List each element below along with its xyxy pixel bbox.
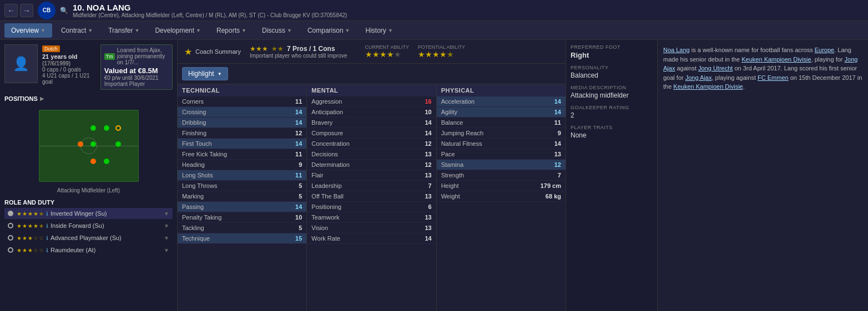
technical-header: TECHNICAL: [178, 84, 306, 96]
role-radio-1: [8, 211, 13, 216]
bio-club4-link: FC Emmen: [758, 74, 789, 81]
media-desc-section: MEDIA DESCRIPTION Attacking midfielder: [571, 85, 653, 99]
stat-offtheball: Off The Ball 13: [307, 191, 436, 202]
bio-panel: Noa Lang is a well-known name for footba…: [657, 40, 868, 311]
stat-anticipation: Anticipation 10: [307, 107, 436, 118]
positions-label: POSITIONS ▶: [4, 95, 173, 102]
stats-container: Highlight ▼ TECHNICAL Corners 11 Crossin…: [178, 64, 566, 311]
role-chevron-1: ▼: [164, 211, 169, 217]
gk-rating-label: GOALKEEPER RATING: [571, 105, 653, 110]
value-text: Valued at €8.5M: [104, 67, 169, 75]
stat-strength: Strength 7: [437, 170, 566, 181]
nav-menu: Overview ▼ Contract ▼ Transfer ▼ Develop…: [0, 21, 868, 40]
stat-dribbling: Dribbling 14: [178, 118, 306, 128]
bio-europe-link: Europe: [815, 47, 834, 53]
info-icon-1: ℹ: [46, 211, 48, 217]
pos-dot-7: [90, 159, 96, 164]
role-row-4[interactable]: ★★★☆☆ ℹ Raumdeuter (At) ▼: [4, 244, 173, 256]
player-basic-info: Dutch 21 years old (17/6/1999) 0 caps / …: [42, 44, 96, 85]
nav-overview[interactable]: Overview ▼: [4, 23, 52, 38]
back-button[interactable]: ←: [4, 4, 18, 17]
pos-dot-8: [104, 159, 109, 164]
personality-section: PERSONALITY Balanced: [571, 65, 653, 79]
nav-comparison[interactable]: Comparison ▼: [301, 23, 357, 38]
stat-passing: Passing 14: [178, 202, 306, 212]
stat-composure: Composure 14: [307, 128, 436, 139]
stat-freekick: Free Kick Taking 11: [178, 149, 306, 160]
stat-bravery: Bravery 14: [307, 118, 436, 128]
stat-agility: Agility 14: [437, 107, 566, 118]
stat-determination: Determination 12: [307, 160, 436, 170]
forward-button[interactable]: →: [20, 4, 33, 17]
coach-summary-bar: ★ Coach Summary ★★★★★ 7 Pros / 1 Cons Im…: [178, 40, 566, 64]
role-stars-2: ★★★★★: [17, 223, 44, 229]
pitch-label: Attacking Midfielder (Left): [57, 187, 120, 193]
player-subtitle: Midfielder (Centre), Attacking Midfielde…: [73, 12, 347, 18]
stat-heading: Heading 9: [178, 160, 306, 170]
preferred-foot-value: Right: [571, 51, 653, 59]
nav-development[interactable]: Development ▼: [148, 23, 208, 38]
pros-cons: 7 Pros / 1 Cons: [287, 45, 335, 53]
top-bar: ← → CB 🔍 10. NOA LANG Midfielder (Centre…: [0, 0, 868, 21]
pos-dot-2: [104, 125, 109, 131]
coach-desc: Important player who could still improve: [250, 53, 347, 59]
youth-line: 4 U21 caps / 1 U21 goal: [42, 73, 96, 85]
stat-decisions: Decisions 13: [307, 149, 436, 160]
stat-workrate: Work Rate 14: [307, 233, 436, 244]
stat-balance: Balance 11: [437, 118, 566, 128]
potential-area: POTENTIAL ABILITY ★★★★★: [418, 44, 465, 59]
nav-discuss[interactable]: Discuss ▼: [255, 23, 299, 38]
player-header: 10. NOA LANG Midfielder (Centre), Attack…: [73, 3, 347, 18]
highlight-button[interactable]: Highlight ▼: [182, 67, 228, 80]
current-ability-label: CURRENT ABILITY: [365, 44, 409, 50]
nav-arrows: ← →: [4, 4, 33, 17]
weight-row: Weight 68 kg: [437, 191, 566, 202]
personality-label: PERSONALITY: [571, 65, 653, 70]
role-name-3: Advanced Playmaker (Su): [51, 234, 164, 241]
nav-reports[interactable]: Reports ▼: [210, 23, 253, 38]
mental-header: MENTAL: [307, 84, 436, 96]
preferred-foot-section: PREFERRED FOOT Right: [571, 44, 653, 59]
role-row-3[interactable]: ★★★☆☆ ℹ Advanced Playmaker (Su) ▼: [4, 232, 173, 243]
gk-rating-value: 2: [571, 111, 653, 119]
bio-noa-link: Noa Lang: [663, 47, 690, 53]
potential-half-star: ★: [447, 50, 454, 59]
center-area: ★ Coach Summary ★★★★★ 7 Pros / 1 Cons Im…: [178, 40, 566, 311]
bio-league-link1: Keuken Kampioen Divisie: [741, 56, 811, 63]
loan-text: Loaned from Ajax, joining permanently on…: [117, 47, 169, 65]
stat-teamwork: Teamwork 13: [307, 212, 436, 223]
pos-dot-3: [115, 125, 121, 131]
role-stars-4: ★★★☆☆: [17, 247, 44, 253]
nav-history[interactable]: History ▼: [359, 23, 400, 38]
role-duty-label: ROLE AND DUTY: [4, 199, 173, 206]
pos-dot-4: [78, 141, 83, 147]
role-stars-3: ★★★☆☆: [17, 235, 44, 241]
coach-summary-left: ★ Coach Summary: [184, 47, 241, 57]
highlight-chevron: ▼: [218, 72, 222, 77]
bio-league-link2: Keuken Kampioen Divisie: [673, 83, 743, 90]
main-content: 👤 Dutch 21 years old (17/6/1999) 0 caps …: [0, 40, 868, 311]
role-row-2[interactable]: ★★★★★ ℹ Inside Forward (Su) ▼: [4, 220, 173, 231]
coach-rating-row: ★★★★★ 7 Pros / 1 Cons: [250, 45, 347, 53]
role-chevron-4: ▼: [164, 247, 169, 253]
nav-transfer[interactable]: Transfer ▼: [102, 23, 146, 38]
wage-text: €0 p/w until 30/6/2021: [104, 75, 169, 81]
current-empty-star: ★: [394, 50, 401, 59]
stat-technique: Technique 15: [178, 233, 306, 244]
current-ability-stars: ★★★★★: [365, 50, 409, 59]
role-radio-4: [8, 247, 13, 253]
traits-value: None: [571, 131, 653, 139]
pitch-container: Attacking Midfielder (Left): [4, 105, 173, 193]
stat-jumpingreach: Jumping Reach 9: [437, 128, 566, 139]
traits-label: PLAYER TRAITS: [571, 125, 653, 130]
club-badge: CB: [38, 2, 55, 19]
role-row-1[interactable]: ★★★★★ ℹ Inverted Winger (Su) ▼: [4, 208, 173, 219]
stat-longshots: Long Shots 11: [178, 170, 306, 181]
search-icon[interactable]: 🔍: [60, 7, 68, 14]
role-stars-1: ★★★★★: [17, 211, 44, 217]
physical-panel: PHYSICAL Acceleration 14 Agility 14 Bala…: [437, 84, 566, 311]
stat-finishing: Finishing 12: [178, 128, 306, 139]
role-name-2: Inside Forward (Su): [51, 222, 164, 229]
nav-contract[interactable]: Contract ▼: [54, 23, 99, 38]
physical-header: PHYSICAL: [437, 84, 566, 96]
